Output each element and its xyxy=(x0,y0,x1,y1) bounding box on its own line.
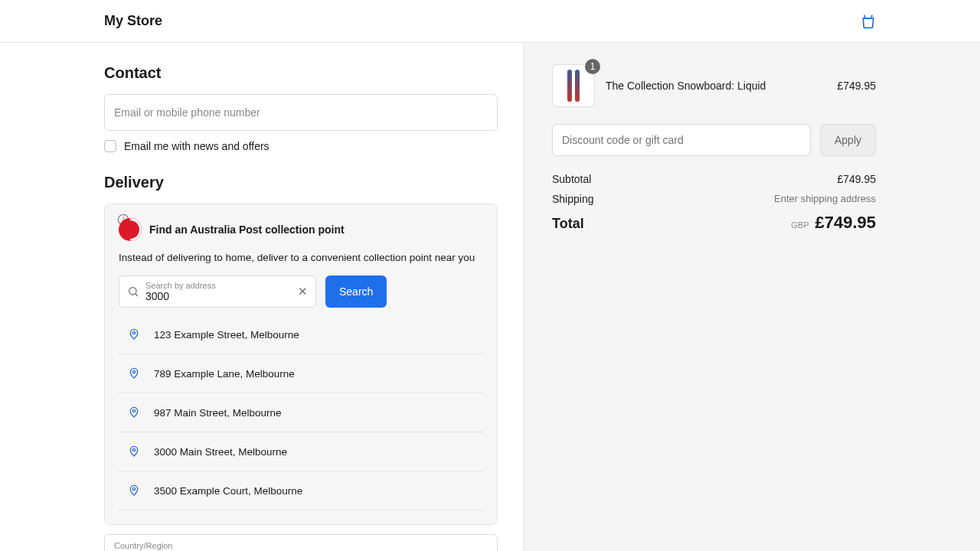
svg-point-9 xyxy=(132,487,135,490)
search-label: Search by address xyxy=(145,281,292,290)
product-thumb: 1 xyxy=(552,64,595,107)
svg-point-3 xyxy=(129,288,136,295)
total-row: Total GBP £749.95 xyxy=(552,213,876,233)
discount-input[interactable] xyxy=(552,124,811,156)
results-list: 123 Example Street, Melbourne 789 Exampl… xyxy=(119,315,483,510)
list-item[interactable]: 987 Main Street, Melbourne xyxy=(119,393,483,432)
search-box[interactable]: Search by address 3000 ✕ xyxy=(119,276,316,308)
news-checkbox-row[interactable]: Email me with news and offers xyxy=(104,140,498,152)
delivery-desc: Instead of delivering to home, deliver t… xyxy=(119,252,483,263)
svg-point-2 xyxy=(123,217,124,218)
list-item[interactable]: 3500 Example Court, Melbourne xyxy=(119,471,483,510)
search-button[interactable]: Search xyxy=(325,276,387,308)
list-item[interactable]: 123 Example Street, Melbourne xyxy=(119,315,483,354)
country-label: Country/Region xyxy=(114,541,172,550)
country-select[interactable]: Country/Region Australia ⌄ xyxy=(104,534,498,551)
search-icon xyxy=(127,285,139,298)
svg-point-8 xyxy=(132,448,135,451)
currency-code: GBP xyxy=(791,220,808,230)
total-price: £749.95 xyxy=(815,213,876,233)
product-name: The Collection Snowboard: Liquid xyxy=(606,80,826,92)
subtotal-row: Subtotal £749.95 xyxy=(552,173,876,185)
svg-point-7 xyxy=(132,409,135,412)
news-label: Email me with news and offers xyxy=(124,140,270,152)
checkbox-icon[interactable] xyxy=(104,140,116,152)
clear-icon[interactable]: ✕ xyxy=(298,285,308,298)
svg-point-6 xyxy=(132,370,135,373)
qty-badge: 1 xyxy=(585,59,600,74)
pin-icon xyxy=(128,366,140,381)
cart-item: 1 The Collection Snowboard: Liquid £749.… xyxy=(552,64,876,107)
product-price: £749.95 xyxy=(837,80,876,92)
aus-post-icon xyxy=(119,218,142,241)
apply-button[interactable]: Apply xyxy=(820,124,876,156)
svg-point-5 xyxy=(132,331,135,334)
svg-line-4 xyxy=(136,294,138,296)
shipping-row: Shipping Enter shipping address xyxy=(552,193,876,205)
delivery-heading: Delivery xyxy=(104,174,498,191)
cart-icon[interactable] xyxy=(861,13,876,30)
pin-icon xyxy=(128,405,140,420)
search-value: 3000 xyxy=(145,290,292,302)
pin-icon xyxy=(128,327,140,342)
delivery-title: Find an Australia Post collection point xyxy=(149,223,345,236)
contact-input-wrap[interactable] xyxy=(104,94,498,131)
chevron-down-icon: ⌄ xyxy=(480,546,488,551)
list-item[interactable]: 789 Example Lane, Melbourne xyxy=(119,354,483,393)
pin-icon xyxy=(128,444,140,459)
email-input[interactable] xyxy=(114,106,488,119)
contact-heading: Contact xyxy=(104,64,498,82)
store-title[interactable]: My Store xyxy=(104,13,162,29)
pin-icon xyxy=(128,483,140,498)
delivery-box: Find an Australia Post collection point … xyxy=(104,204,498,525)
header: My Store xyxy=(0,0,980,43)
list-item[interactable]: 3000 Main Street, Melbourne xyxy=(119,432,483,471)
